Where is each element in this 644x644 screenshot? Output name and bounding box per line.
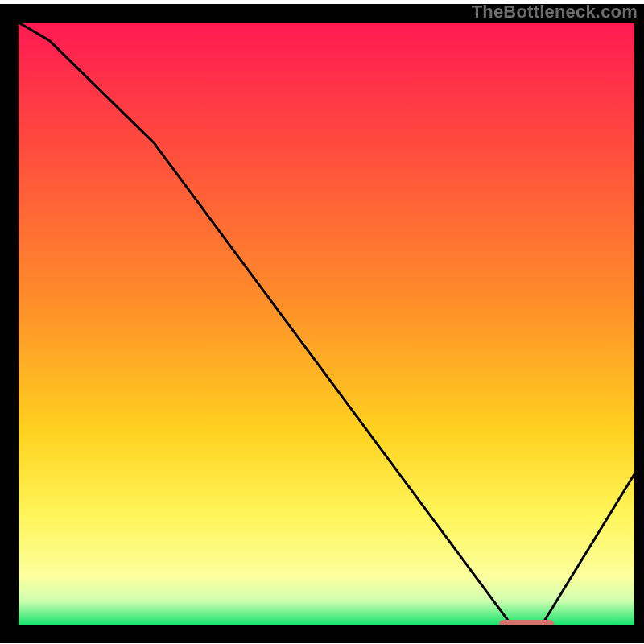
watermark-text: TheBottleneck.com — [472, 2, 638, 23]
chart-container: TheBottleneck.com — [0, 0, 644, 644]
bottleneck-chart — [0, 0, 644, 644]
plot-area — [19, 23, 634, 625]
